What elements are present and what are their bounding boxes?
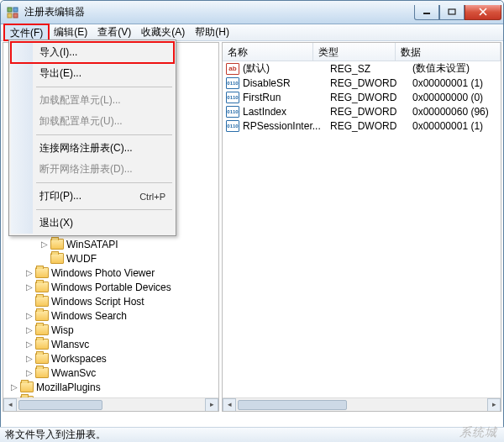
tree-item[interactable]: ▷Windows Portable Devices [7,280,218,294]
tree-hscroll-thumb[interactable] [18,400,102,410]
menu-load-hive[interactable]: 加载配置单元(L)... [11,90,174,111]
list-header: 名称 类型 数据 [223,43,501,61]
menu-edit[interactable]: 编辑(E) [49,24,92,40]
value-name: (默认) [243,61,330,76]
menu-import-label: 导入(I)... [39,45,77,60]
menu-connect-label: 连接网络注册表(C)... [39,141,133,155]
statusbar: 将文件导入到注册表。 [0,427,504,442]
menu-separator [36,209,172,210]
expander-icon[interactable]: ▷ [10,382,18,392]
tree-item[interactable]: ▷Workspaces [7,351,218,366]
tree-label: Windows Photo Viewer [51,267,155,279]
header-data[interactable]: 数据 [396,43,501,61]
list-row[interactable]: ab(默认)REG_SZ(数值未设置) [223,61,501,76]
scroll-left-button[interactable]: ◂ [223,398,236,412]
menu-import[interactable]: 导入(I)... [11,42,174,63]
menu-export-label: 导出(E)... [39,66,81,81]
menu-exit[interactable]: 退出(X) [11,213,174,234]
tree-label: MozillaPlugins [36,381,101,393]
header-name[interactable]: 名称 [223,43,313,61]
tree-item[interactable]: ▷MozillaPlugins [7,380,218,394]
folder-icon [35,324,49,335]
expander-icon[interactable]: ▷ [25,354,34,363]
list-body: ab(默认)REG_SZ(数值未设置)0110DisableSRREG_DWOR… [223,61,501,397]
expander-icon[interactable]: ▷ [40,239,49,249]
minimize-button[interactable] [414,5,439,20]
menu-unload-hive-label: 卸载配置单元(U)... [39,114,123,129]
value-type: REG_DWORD [330,120,412,132]
menu-unload-hive[interactable]: 卸载配置单元(U)... [11,111,174,132]
value-name: FirstRun [243,92,330,103]
menu-separator [36,87,172,87]
tree-label: WwanSvc [51,367,96,379]
menu-view[interactable]: 查看(V) [92,24,136,40]
value-type: REG_DWORD [330,77,412,89]
menu-export[interactable]: 导出(E)... [11,63,174,84]
binary-value-icon: 0110 [226,120,239,132]
scroll-right-button[interactable]: ▸ [487,398,501,412]
string-value-icon: ab [226,63,239,75]
folder-icon [50,239,64,250]
list-hscrollbar[interactable]: ◂ ▸ [223,397,501,411]
tree-label: Wisp [51,324,74,336]
value-name: DisableSR [243,77,330,89]
expander-icon[interactable]: ▷ [25,268,34,277]
value-data: 0x00000000 (0) [412,92,501,103]
scroll-right-button[interactable]: ▸ [205,398,218,412]
list-row[interactable]: 0110FirstRunREG_DWORD0x00000000 (0) [223,90,501,104]
expander-icon[interactable]: ▷ [10,411,18,412]
tree-item[interactable]: ▷Wisp [7,323,218,337]
tree-label: Wlansvc [51,339,89,350]
tree-hscrollbar[interactable]: ◂ ▸ [3,397,218,411]
tree-item[interactable]: ▷WwanSvc [7,366,218,380]
expander-icon[interactable]: ▷ [25,368,34,377]
tree-item[interactable]: ▷WinSATAPI [7,237,218,251]
tree-item[interactable]: ▷Windows Script Host [7,294,218,308]
folder-icon [50,253,64,264]
tree-item[interactable]: ▷Windows Photo Viewer [7,266,218,280]
list-hscroll-thumb[interactable] [238,400,347,410]
expander-icon[interactable]: ▷ [25,311,34,320]
folder-icon [35,339,49,350]
menu-favorites[interactable]: 收藏夹(A) [136,24,190,40]
value-type: REG_DWORD [330,106,412,118]
menu-print[interactable]: 打印(P)...Ctrl+P [11,186,174,207]
expander-icon[interactable]: ▷ [25,339,34,349]
expander-icon[interactable]: ▷ [25,282,34,292]
titlebar[interactable]: 注册表编辑器 [1,1,503,24]
menu-separator [36,134,172,135]
list-row[interactable]: 0110LastIndexREG_DWORD0x00000060 (96) [223,104,501,118]
tree-item[interactable]: ▷Wlansvc [7,337,218,351]
svg-rect-5 [449,9,455,14]
menu-disconnect-label: 断开网络注册表(D)... [39,162,133,176]
menu-load-hive-label: 加载配置单元(L)... [39,93,121,108]
value-type: REG_SZ [330,63,412,75]
tree-item[interactable]: ▷Windows Search [7,308,218,323]
menu-disconnect-network[interactable]: 断开网络注册表(D)... [11,159,174,180]
expander-icon[interactable]: ▷ [25,325,34,334]
close-button[interactable] [465,5,501,20]
value-type: REG_DWORD [330,92,412,103]
value-data: 0x00000001 (1) [412,77,501,89]
tree-label: Windows Portable Devices [51,282,171,293]
list-row[interactable]: 0110RPSessionInter...REG_DWORD0x00000001… [223,118,501,133]
maximize-button[interactable] [439,5,465,20]
tree-item[interactable]: ▷WUDF [7,251,218,266]
menu-separator [36,182,172,183]
menu-help[interactable]: 帮助(H) [190,24,234,40]
tree-label: Workspaces [51,353,107,365]
folder-icon [35,310,49,321]
menu-file[interactable]: 文件(F) [4,24,49,40]
menu-exit-label: 退出(X) [39,216,73,230]
tree-label: Windows Search [51,310,127,322]
menu-print-shortcut: Ctrl+P [139,192,165,202]
scroll-left-button[interactable]: ◂ [3,398,17,412]
header-type[interactable]: 类型 [313,43,396,61]
folder-icon [20,381,34,392]
value-name: RPSessionInter... [243,120,330,132]
menu-connect-network[interactable]: 连接网络注册表(C)... [11,138,174,159]
list-row[interactable]: 0110DisableSRREG_DWORD0x00000001 (1) [223,76,501,90]
list-pane[interactable]: 名称 类型 数据 ab(默认)REG_SZ(数值未设置)0110DisableS… [222,42,501,412]
folder-icon [35,367,49,378]
value-data: (数值未设置) [412,61,501,76]
